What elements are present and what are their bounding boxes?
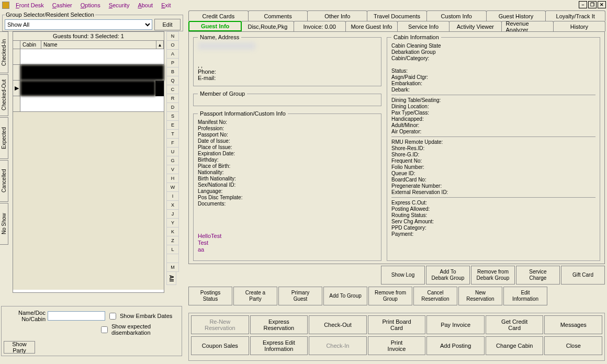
- chk-disembark[interactable]: [101, 326, 108, 333]
- tab-loyalty-track-it[interactable]: Loyalty/Track It: [545, 10, 605, 21]
- alpha-X[interactable]: X: [166, 200, 179, 210]
- btn-get-credit-card[interactable]: Get CreditCard: [486, 315, 544, 334]
- tab-travel-documents[interactable]: Travel Documents: [367, 10, 427, 21]
- btn-postings-status[interactable]: PostingsStatus: [188, 287, 232, 305]
- alpha-D[interactable]: D: [166, 103, 179, 112]
- menu-options[interactable]: Options: [76, 2, 105, 9]
- alpha-A[interactable]: A: [166, 49, 179, 59]
- alpha-all[interactable]: All: [166, 271, 176, 285]
- value: xxxx: [470, 74, 595, 80]
- btn-check-out[interactable]: Check-Out: [309, 315, 367, 334]
- vtab-checked-out[interactable]: Checked-Out: [0, 74, 8, 116]
- alpha-I[interactable]: I: [166, 191, 179, 201]
- grid-body[interactable]: ▶: [13, 49, 164, 290]
- tab-invoice-[interactable]: Invoice: 0.00: [294, 21, 346, 31]
- tab-comments[interactable]: Comments: [248, 10, 308, 21]
- tab-disc-route-pkg[interactable]: Disc,Route,Pkg: [241, 21, 294, 31]
- alpha-B[interactable]: B: [166, 67, 179, 76]
- search-input[interactable]: [48, 311, 105, 321]
- menu-front-desk[interactable]: Front Desk: [12, 2, 48, 9]
- alpha-J[interactable]: J: [166, 209, 179, 219]
- edit-button[interactable]: Edit: [154, 19, 181, 30]
- btn-print-invoice[interactable]: PrintInvoice: [368, 336, 426, 355]
- minimize-button[interactable]: –: [579, 1, 587, 8]
- alpha-F[interactable]: F: [166, 138, 179, 147]
- value: xxxx: [470, 49, 595, 55]
- show-party-button[interactable]: Show Party: [4, 341, 35, 354]
- btn-add-to-debark-group[interactable]: Add ToDebark Group: [426, 266, 470, 285]
- label-pos-disc-template-: Pos Disc Template:: [198, 195, 266, 200]
- alpha-K[interactable]: K: [166, 227, 179, 236]
- btn-new-reservation[interactable]: NewReservation: [458, 287, 502, 305]
- btn-remove-from-debark-group[interactable]: Remove fromDebark Group: [471, 266, 515, 285]
- btn-pay-invoice[interactable]: Pay Invoice: [426, 315, 485, 334]
- tab-credit-cards[interactable]: Credit Cards: [188, 10, 249, 21]
- btn-add-to-group[interactable]: Add To Group: [323, 287, 367, 305]
- alpha-E[interactable]: E: [166, 120, 179, 130]
- value: xxxx: [470, 164, 595, 170]
- group-selector-dropdown[interactable]: Show All: [5, 19, 152, 30]
- alpha-T[interactable]: T: [166, 129, 179, 139]
- btn-change-cabin[interactable]: Change Cabin: [486, 336, 544, 355]
- menu-exit[interactable]: Exit: [157, 2, 175, 9]
- alpha-M[interactable]: M: [166, 263, 179, 272]
- scroll-up-icon[interactable]: ▴: [156, 41, 164, 49]
- btn-close[interactable]: Close: [544, 336, 602, 355]
- btn-primary-guest[interactable]: PrimaryGuest: [278, 287, 322, 305]
- alpha-H[interactable]: H: [166, 174, 179, 183]
- btn-edit-information[interactable]: EditInformation: [503, 287, 547, 305]
- menu-cashier[interactable]: Cashier: [48, 2, 76, 9]
- btn-add-posting[interactable]: Add Posting: [426, 336, 485, 355]
- col-cabin[interactable]: Cabin: [20, 41, 41, 49]
- action-row-2: PostingsStatusCreate aPartyPrimaryGuestA…: [188, 287, 605, 305]
- col-name[interactable]: Name: [41, 41, 156, 49]
- alpha-P[interactable]: P: [166, 58, 179, 67]
- btn-express-edit-information[interactable]: Express EditInformation: [250, 336, 308, 355]
- alpha-C[interactable]: C: [166, 85, 179, 94]
- btn-express-reservation[interactable]: ExpressReservation: [250, 315, 308, 334]
- alpha-S[interactable]: S: [166, 111, 179, 121]
- btn-service-charge[interactable]: ServiceCharge: [516, 266, 560, 285]
- alpha-Q[interactable]: Q: [166, 76, 179, 85]
- email-label: E-mail:: [198, 75, 377, 81]
- restore-button[interactable]: ❐: [588, 1, 597, 8]
- tab-custom-info[interactable]: Custom Info: [426, 10, 487, 21]
- alpha-Z[interactable]: Z: [166, 236, 179, 245]
- vtab-no-show[interactable]: No Show: [0, 203, 8, 245]
- close-window-button[interactable]: ✕: [598, 1, 606, 8]
- tab-other-info[interactable]: Other Info: [307, 10, 367, 21]
- btn-remove-from-group[interactable]: Remove fromGroup: [368, 287, 412, 305]
- alpha-W[interactable]: W: [166, 183, 179, 192]
- menu-about[interactable]: About: [133, 2, 157, 9]
- btn-show-log[interactable]: Show Log: [381, 266, 425, 285]
- btn-print-board-card[interactable]: Print BoardCard: [368, 315, 426, 334]
- tab-guest-info[interactable]: Guest Info: [188, 21, 242, 31]
- vtab-cancelled[interactable]: Cancelled: [0, 160, 8, 202]
- alpha-U[interactable]: U: [166, 147, 179, 156]
- vtab-expected[interactable]: Expected: [0, 117, 8, 159]
- alpha-L[interactable]: L: [166, 245, 179, 254]
- tab-guest-history[interactable]: Guest History: [486, 10, 546, 21]
- vtab-checked-in[interactable]: Checked-In: [0, 31, 8, 73]
- btn-gift-card[interactable]: Gift Card: [561, 266, 605, 285]
- alpha-G[interactable]: G: [166, 156, 179, 165]
- chk-embark-dates[interactable]: [109, 313, 116, 320]
- btn-coupon-sales[interactable]: Coupon Sales: [191, 336, 249, 355]
- tab-activity-viewer[interactable]: Activity Viewer: [449, 21, 501, 31]
- btn-cancel-reservation[interactable]: CancelReservation: [413, 287, 457, 305]
- label-passport-no-: Passport No:: [198, 132, 266, 138]
- alpha-O[interactable]: O: [166, 40, 179, 50]
- alpha-V[interactable]: V: [166, 165, 179, 174]
- btn-create-a-party[interactable]: Create aParty: [233, 287, 277, 305]
- alpha-blank[interactable]: [166, 254, 179, 263]
- alpha-N[interactable]: N: [166, 31, 179, 41]
- btn-messages[interactable]: Messages: [544, 315, 602, 334]
- alpha-R[interactable]: R: [166, 94, 179, 103]
- menu-security[interactable]: Security: [105, 2, 134, 9]
- guest-grid: Guests found: 3 Selected: 1 Cabin Name ▴…: [13, 31, 164, 293]
- tab-revenue-analyzer[interactable]: Revenue Analyzer: [501, 21, 554, 31]
- tab-more-guest-info[interactable]: More Guest Info: [345, 21, 398, 31]
- tab-history[interactable]: History: [553, 21, 605, 31]
- tab-service-info[interactable]: Service Info: [397, 21, 449, 31]
- alpha-Y[interactable]: Y: [166, 218, 179, 228]
